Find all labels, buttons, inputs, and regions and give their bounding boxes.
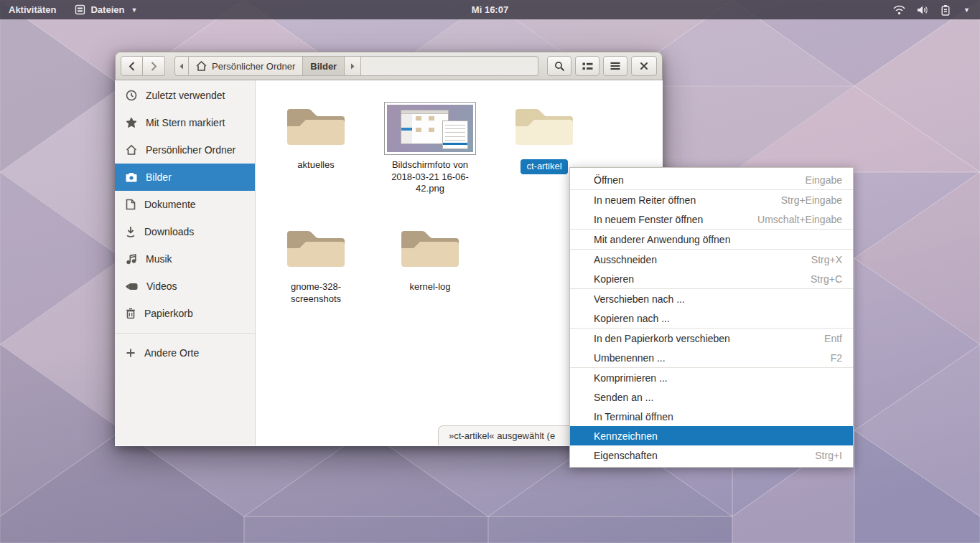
accel-label: Strg+I: [815, 450, 842, 461]
app-menu-label: Dateien: [90, 4, 124, 15]
music-icon: [126, 253, 137, 265]
sidebar-item-documents[interactable]: Dokumente: [115, 191, 255, 218]
document-icon: [126, 199, 136, 210]
sidebar-item-music[interactable]: Musik: [115, 245, 255, 273]
file-label: kernel-log: [409, 281, 450, 293]
path-scroll-right-button[interactable]: [345, 56, 361, 76]
accel-label: Entf: [824, 333, 842, 344]
file-label-selected: ct-artikel: [521, 159, 567, 174]
menu-item-tag[interactable]: Kennzeichnen: [570, 426, 853, 445]
sidebar-item-label: Mit Stern markiert: [146, 117, 225, 128]
folder-icon-selected: [514, 100, 574, 148]
file-label: aktuelles: [297, 159, 334, 171]
places-sidebar: Zuletzt verwendet Mit Stern markiert Per…: [115, 80, 256, 445]
file-item-kernel-log[interactable]: kernel-log: [374, 214, 486, 336]
accel-label: Eingabe: [806, 174, 842, 186]
hamburger-menu-button[interactable]: [603, 56, 627, 76]
sidebar-item-label: Persönlicher Ordner: [146, 144, 235, 156]
camera-icon: [126, 172, 137, 182]
clock[interactable]: Mi 16:07: [0, 4, 980, 15]
file-item-gnome-328-screenshots[interactable]: gnome-328-screenshots: [260, 214, 372, 336]
sidebar-item-label: Bilder: [146, 171, 172, 183]
sidebar-item-videos[interactable]: Videos: [115, 273, 255, 300]
sidebar-item-starred[interactable]: Mit Stern markiert: [115, 109, 255, 136]
triangle-right-icon: [350, 63, 355, 70]
triangle-left-icon: [179, 63, 184, 70]
sidebar-separator: [115, 333, 255, 334]
accel-label: Strg+X: [811, 254, 842, 265]
menu-item-open-in-terminal[interactable]: In Terminal öffnen: [570, 407, 853, 426]
top-bar: Aktivitäten Dateien ▼ Mi 16:07: [0, 0, 980, 19]
file-label: gnome-328-screenshots: [276, 281, 356, 305]
sidebar-item-trash[interactable]: Papierkorb: [115, 300, 255, 327]
folder-icon: [286, 100, 346, 148]
hamburger-icon: [610, 62, 620, 70]
menu-item-copy[interactable]: Kopieren Strg+C: [570, 269, 853, 288]
status-text: »ct-artikel« ausgewählt (e: [449, 430, 555, 441]
chevron-down-icon: ▼: [963, 6, 970, 14]
app-menu[interactable]: Dateien ▼: [75, 4, 137, 15]
breadcrumb-current-label: Bilder: [310, 61, 337, 72]
sidebar-item-downloads[interactable]: Downloads: [115, 218, 255, 245]
accel-label: F2: [831, 352, 842, 364]
menu-item-open[interactable]: Öffnen Eingabe: [570, 170, 853, 189]
path-bar: Persönlicher Ordner Bilder: [174, 56, 538, 76]
sidebar-item-pictures[interactable]: Bilder: [115, 164, 255, 191]
menu-item-cut[interactable]: Ausschneiden Strg+X: [570, 250, 853, 269]
menu-item-open-new-window[interactable]: In neuem Fenster öffnen Umschalt+Eingabe: [570, 209, 853, 229]
context-menu: Öffnen Eingabe In neuem Reiter öffnen St…: [569, 167, 854, 468]
view-toggle-button[interactable]: [575, 56, 599, 76]
accel-label: Umschalt+Eingabe: [757, 214, 842, 225]
file-label: Bildschirmfoto von 2018-03-21 16-06-42.p…: [382, 159, 478, 195]
close-icon: [640, 62, 648, 70]
files-app-icon: [75, 4, 85, 15]
menu-item-rename[interactable]: Umbenennen ... F2: [570, 348, 853, 367]
sidebar-item-label: Zuletzt verwendet: [146, 90, 225, 101]
image-thumbnail: [384, 102, 476, 155]
sidebar-item-recent[interactable]: Zuletzt verwendet: [115, 82, 255, 109]
plus-icon: [126, 348, 136, 358]
sidebar-item-other-places[interactable]: Andere Orte: [115, 339, 255, 367]
sidebar-item-label: Andere Orte: [144, 347, 199, 359]
sidebar-item-label: Dokumente: [144, 199, 196, 210]
accel-label: Strg+Eingabe: [781, 194, 842, 206]
system-status-area[interactable]: ▼: [893, 4, 980, 16]
menu-item-move-to[interactable]: Verschieben nach ...: [570, 289, 853, 308]
menu-item-open-with-other-app[interactable]: Mit anderer Anwendung öffnen: [570, 230, 853, 249]
chevron-right-icon: [151, 62, 157, 71]
accel-label: Strg+C: [811, 273, 842, 285]
menu-item-compress[interactable]: Komprimieren ...: [570, 368, 853, 387]
file-item-bildschirmfoto[interactable]: Bildschirmfoto von 2018-03-21 16-06-42.p…: [374, 92, 486, 214]
breadcrumb-current[interactable]: Bilder: [303, 56, 345, 76]
menu-item-properties[interactable]: Eigenschaften Strg+I: [570, 445, 853, 465]
home-icon: [126, 144, 137, 156]
menu-item-send-to[interactable]: Senden an ...: [570, 387, 853, 407]
forward-button[interactable]: [143, 56, 165, 76]
activities-button[interactable]: Aktivitäten: [9, 4, 56, 15]
close-window-button[interactable]: [631, 56, 657, 76]
file-item-aktuelles[interactable]: aktuelles: [260, 92, 372, 214]
chevron-left-icon: [129, 62, 135, 71]
download-icon: [126, 226, 136, 237]
home-icon: [196, 61, 207, 71]
menu-item-copy-to[interactable]: Kopieren nach ...: [570, 308, 853, 328]
back-button[interactable]: [121, 56, 143, 76]
chevron-down-icon: ▼: [131, 6, 137, 14]
recent-icon: [126, 90, 137, 101]
video-icon: [126, 282, 138, 291]
sidebar-item-label: Papierkorb: [144, 308, 193, 319]
menu-item-open-new-tab[interactable]: In neuem Reiter öffnen Strg+Eingabe: [570, 190, 853, 209]
sidebar-item-home[interactable]: Persönlicher Ordner: [115, 136, 255, 164]
window-titlebar[interactable]: Persönlicher Ordner Bilder: [115, 52, 663, 80]
path-bar-filler: [361, 56, 538, 76]
list-view-icon: [582, 62, 593, 71]
trash-icon: [126, 308, 136, 319]
breadcrumb-home[interactable]: Persönlicher Ordner: [189, 56, 303, 76]
search-button[interactable]: [547, 56, 571, 76]
sidebar-item-label: Videos: [146, 280, 177, 292]
menu-item-move-to-trash[interactable]: In den Papierkorb verschieben Entf: [570, 329, 853, 348]
path-scroll-left-button[interactable]: [174, 56, 189, 76]
folder-icon: [400, 222, 460, 270]
wifi-icon: [893, 5, 905, 15]
sidebar-item-label: Downloads: [144, 226, 194, 237]
